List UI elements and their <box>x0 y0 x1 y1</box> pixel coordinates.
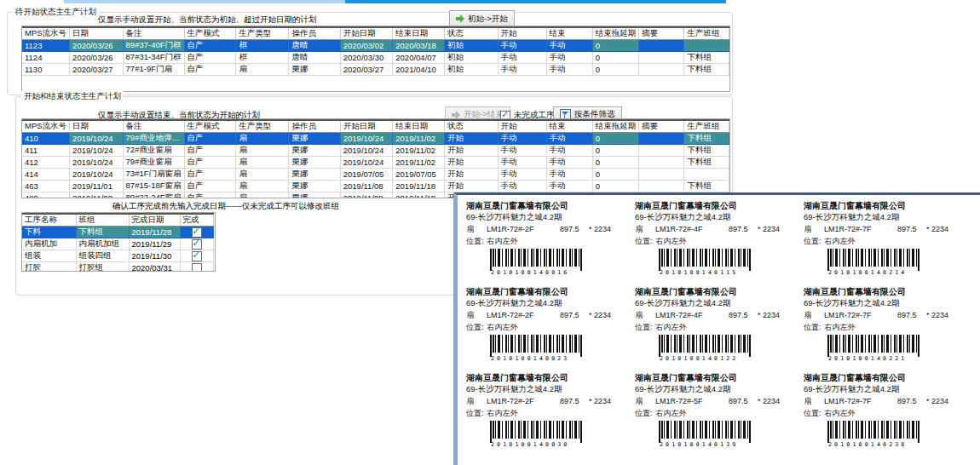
process-row[interactable]: 打胶打胶组2020/03/31 <box>22 262 213 273</box>
table-cell[interactable]: 2020/03/27 <box>70 64 123 76</box>
table-cell[interactable]: 2020/03/26 <box>70 52 123 64</box>
table-cell[interactable]: 2020/03/30 <box>340 52 393 64</box>
table-cell[interactable]: 2019/11/02 <box>393 133 445 145</box>
started-plan-table[interactable]: MPS流水号日期备注生产模式生产类型操作员开始日期结束日期状态开始结束结束拖延期… <box>21 118 730 198</box>
table-cell[interactable]: 栗娜 <box>289 133 340 145</box>
column-header[interactable]: MPS流水号 <box>22 27 70 40</box>
table-cell[interactable]: 2019/07/05 <box>340 169 393 181</box>
table-cell[interactable]: 414 <box>22 169 70 181</box>
process-name-cell[interactable]: 组装 <box>22 250 76 262</box>
started-plan-row[interactable]: 4122019/10/2479#商业窗扇自产扇栗娜2019/10/242019/… <box>22 157 729 169</box>
table-cell[interactable]: 2019/11/08 <box>340 181 393 192</box>
table-cell[interactable]: 73#1F门扇窗扇 <box>123 169 184 181</box>
table-cell[interactable]: 扇 <box>236 133 289 145</box>
column-header[interactable]: 结束日期 <box>393 27 445 40</box>
started-plan-row[interactable]: 4112019/10/2472#商业窗扇自产扇栗娜2019/10/242019/… <box>22 145 729 157</box>
table-cell[interactable]: 开始 <box>444 157 498 169</box>
table-cell[interactable]: 自产 <box>184 145 236 157</box>
table-cell[interactable]: 411 <box>22 145 70 157</box>
table-cell[interactable]: 77#1-9F门扇 <box>123 64 184 76</box>
table-cell[interactable]: 2019/10/24 <box>70 133 123 145</box>
column-header[interactable]: 备注 <box>123 120 184 133</box>
column-header[interactable]: 生产班组 <box>684 27 729 40</box>
table-cell[interactable]: 自产 <box>184 133 236 145</box>
process-name-cell[interactable]: 下料 <box>22 227 76 238</box>
table-cell[interactable]: 扇 <box>236 169 289 181</box>
table-cell[interactable]: 手动 <box>498 145 546 157</box>
table-cell[interactable]: 手动 <box>498 181 546 192</box>
table-cell[interactable]: 0 <box>592 64 639 76</box>
finish-date-cell[interactable]: 2019/11/28 <box>129 227 180 238</box>
process-team-cell[interactable]: 内扇机加组 <box>76 238 129 250</box>
column-header[interactable]: 完成 <box>180 214 213 227</box>
table-cell[interactable]: 下料组 <box>684 52 729 64</box>
table-cell[interactable]: 手动 <box>546 64 592 76</box>
table-cell[interactable]: 2020/03/27 <box>340 64 393 76</box>
table-cell[interactable]: 唐晴 <box>289 40 340 52</box>
table-cell[interactable]: 2020/03/02 <box>340 40 393 52</box>
column-header[interactable]: 结束拖延期 <box>592 27 639 40</box>
done-cell[interactable] <box>180 227 213 238</box>
table-cell[interactable]: 2019/10/24 <box>340 133 393 145</box>
table-cell[interactable]: 手动 <box>546 52 592 64</box>
table-cell[interactable]: 框 <box>236 40 289 52</box>
table-cell[interactable]: 1123 <box>22 40 70 52</box>
table-cell[interactable]: 栗娜 <box>289 157 340 169</box>
table-cell[interactable]: 87#31-34F门框 <box>123 52 184 64</box>
table-cell[interactable] <box>684 40 729 52</box>
table-cell[interactable] <box>639 181 684 192</box>
table-cell[interactable]: 手动 <box>546 181 592 192</box>
table-cell[interactable]: 2019/11/08 <box>340 192 393 199</box>
table-cell[interactable] <box>684 169 729 181</box>
process-table[interactable]: 工序名称班组完成日期完成下料下料组2019/11/28内扇机加内扇机加组2019… <box>21 212 216 272</box>
table-cell[interactable]: 0 <box>592 169 639 181</box>
table-cell[interactable]: 扇 <box>236 181 289 192</box>
process-name-cell[interactable]: 内扇机加 <box>22 238 76 250</box>
table-cell[interactable]: 463 <box>22 181 70 192</box>
wait-plan-table[interactable]: MPS流水号日期备注生产模式生产类型操作员开始日期结束日期状态开始结束结束拖延期… <box>21 26 730 92</box>
table-cell[interactable]: 412 <box>22 157 70 169</box>
table-cell[interactable]: 下料组 <box>684 145 729 157</box>
table-cell[interactable]: 2019/11/08 <box>70 192 123 199</box>
table-cell[interactable]: 自产 <box>184 169 236 181</box>
table-cell[interactable]: 初始 <box>444 52 498 64</box>
table-cell[interactable]: 2019/10/24 <box>70 169 123 181</box>
table-cell[interactable]: 扇 <box>236 64 289 76</box>
table-cell[interactable]: 1130 <box>22 64 70 76</box>
table-cell[interactable]: 0 <box>592 40 639 52</box>
column-header[interactable]: 操作员 <box>289 27 340 40</box>
table-cell[interactable]: 手动 <box>546 133 592 145</box>
wait-plan-row[interactable]: 11232020/03/2689#37-40F门框自产框唐晴2020/03/02… <box>22 40 729 52</box>
table-cell[interactable]: 自产 <box>184 157 236 169</box>
table-cell[interactable]: 0 <box>592 133 639 145</box>
table-cell[interactable]: 扇 <box>236 157 289 169</box>
process-done-checkbox[interactable] <box>192 263 202 273</box>
started-plan-row[interactable]: 4142019/10/2473#1F门扇窗扇自产扇栗娜2019/07/05201… <box>22 169 729 181</box>
table-cell[interactable]: 自产 <box>184 52 236 64</box>
table-cell[interactable] <box>639 40 684 52</box>
column-header[interactable]: 结束 <box>546 27 592 40</box>
table-cell[interactable]: 2019/10/24 <box>340 157 393 169</box>
table-cell[interactable]: 2021/04/10 <box>393 64 445 76</box>
table-cell[interactable]: 0 <box>592 181 639 192</box>
table-cell[interactable]: 0 <box>592 157 639 169</box>
process-name-cell[interactable]: 打胶 <box>22 262 76 273</box>
table-cell[interactable]: 手动 <box>498 157 546 169</box>
table-cell[interactable]: 手动 <box>546 40 592 52</box>
table-cell[interactable]: 410 <box>22 133 70 145</box>
table-cell[interactable]: 79#商业地弹… <box>123 133 184 145</box>
table-cell[interactable]: 2019/11/01 <box>70 181 123 192</box>
finish-date-cell[interactable]: 2020/03/31 <box>129 262 180 273</box>
table-cell[interactable]: 2019/10/24 <box>340 145 393 157</box>
column-header[interactable]: MPS流水号 <box>22 120 70 133</box>
table-cell[interactable]: 手动 <box>498 169 546 181</box>
column-header[interactable]: 开始日期 <box>340 27 393 40</box>
table-cell[interactable]: 初始 <box>444 64 498 76</box>
table-cell[interactable]: 手动 <box>546 145 592 157</box>
table-cell[interactable]: 栗娜 <box>289 181 340 192</box>
process-done-checkbox[interactable] <box>192 239 202 250</box>
table-cell[interactable]: 开始 <box>444 145 498 157</box>
started-plan-row[interactable]: 4102019/10/2479#商业地弹…自产扇栗娜2019/10/242019… <box>22 133 729 145</box>
table-cell[interactable] <box>639 145 684 157</box>
table-cell[interactable]: 72#商业窗扇 <box>123 145 184 157</box>
